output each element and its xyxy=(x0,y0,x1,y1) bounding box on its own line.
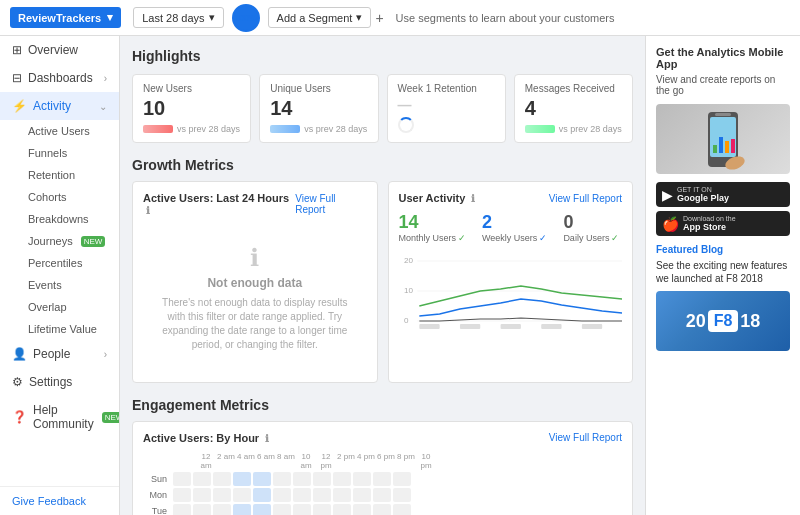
user-activity-chart: 20 10 0 xyxy=(399,251,623,331)
info-large-icon: ℹ xyxy=(153,244,357,272)
card-header: Active Users: Last 24 Hours ℹ View Full … xyxy=(143,192,367,216)
sidebar-item-retention[interactable]: Retention xyxy=(20,164,119,186)
heatmap-cell xyxy=(273,488,291,502)
label: Breakdowns xyxy=(28,213,89,225)
daily-users-stat: 0 Daily Users ✓ xyxy=(563,212,619,243)
sidebar-item-overview[interactable]: ⊞ Overview xyxy=(0,36,119,64)
mini-bar xyxy=(143,125,173,133)
hour-label: 6 pm xyxy=(377,452,395,470)
label: Events xyxy=(28,279,62,291)
give-feedback-button[interactable]: Give Feedback xyxy=(0,487,119,515)
sidebar-item-label: Dashboards xyxy=(28,71,93,85)
heatmap-cell xyxy=(193,472,211,486)
svg-text:10: 10 xyxy=(404,286,414,295)
app-panel-sub: View and create reports on the go xyxy=(656,74,790,96)
featured-blog-title[interactable]: See the exciting new features we launche… xyxy=(656,259,790,285)
sidebar-item-overlap[interactable]: Overlap xyxy=(20,296,119,318)
topbar: ReviewTrackers ▾ Last 28 days ▾ 100% Add… xyxy=(0,0,800,36)
hour-label: 2 am xyxy=(217,452,235,470)
sidebar-item-people[interactable]: 👤 People › xyxy=(0,340,119,368)
sidebar: ⊞ Overview ⊟ Dashboards › ⚡ Activity ⌄ A… xyxy=(0,36,120,515)
highlight-value: 14 xyxy=(270,97,367,120)
google-play-button[interactable]: ▶ GET IT ON Google Play xyxy=(656,182,790,207)
label: Percentiles xyxy=(28,257,82,269)
heatmap-cell xyxy=(353,488,371,502)
highlight-label: New Users xyxy=(143,83,240,94)
info-icon[interactable]: ℹ xyxy=(146,205,150,216)
monthly-users-stat: 14 Monthly Users ✓ xyxy=(399,212,467,243)
sidebar-item-label: Settings xyxy=(29,375,72,389)
sidebar-item-dashboards[interactable]: ⊟ Dashboards › xyxy=(0,64,119,92)
activity-icon: ⚡ xyxy=(12,99,27,113)
sidebar-item-journeys[interactable]: Journeys NEW xyxy=(20,230,119,252)
plus-button[interactable]: + xyxy=(375,10,383,26)
logo[interactable]: ReviewTrackers ▾ xyxy=(10,7,121,28)
sidebar-item-breakdowns[interactable]: Breakdowns xyxy=(20,208,119,230)
daily-value: 0 xyxy=(563,212,619,233)
heatmap-row: Mon xyxy=(143,488,622,502)
logo-arrow: ▾ xyxy=(107,11,113,24)
heatmap-cell xyxy=(333,472,351,486)
sidebar-item-active-users[interactable]: Active Users xyxy=(20,120,119,142)
app-panel-title: Get the Analytics Mobile App xyxy=(656,46,790,70)
info-icon[interactable]: ℹ xyxy=(471,193,475,204)
overview-icon: ⊞ xyxy=(12,43,22,57)
heatmap-cell xyxy=(333,488,351,502)
sidebar-item-label: Help Community xyxy=(33,403,94,431)
sidebar-item-percentiles[interactable]: Percentiles xyxy=(20,252,119,274)
svg-rect-14 xyxy=(713,145,717,153)
heatmap-cell xyxy=(393,504,411,515)
hour-label: 8 pm xyxy=(397,452,415,470)
ua-stats: 14 Monthly Users ✓ 2 Weekly Users ✓ 0 Da… xyxy=(399,212,623,243)
sidebar-sub-activity: Active Users Funnels Retention Cohorts B… xyxy=(0,120,119,340)
label: Cohorts xyxy=(28,191,67,203)
date-range-arrow: ▾ xyxy=(209,11,215,24)
label: Active Users xyxy=(28,125,90,137)
heatmap-cell xyxy=(353,504,371,515)
new-badge: NEW xyxy=(81,236,106,247)
heatmap-cell xyxy=(193,504,211,515)
highlight-value: 4 xyxy=(525,97,622,120)
sidebar-item-events[interactable]: Events xyxy=(20,274,119,296)
card-title: Active Users: Last 24 Hours ℹ xyxy=(143,192,295,216)
hour-label: 2 pm xyxy=(337,452,355,470)
app-store-button[interactable]: 🍎 Download on the App Store xyxy=(656,211,790,236)
svg-text:0: 0 xyxy=(404,316,409,325)
heatmap-cell xyxy=(293,488,311,502)
highlight-label: Unique Users xyxy=(270,83,367,94)
svg-rect-6 xyxy=(419,324,439,329)
engagement-card: Active Users: By Hour ℹ View Full Report… xyxy=(132,421,633,515)
mini-bar xyxy=(270,125,300,133)
view-full-engagement-button[interactable]: View Full Report xyxy=(549,432,622,444)
sidebar-item-activity[interactable]: ⚡ Activity ⌄ xyxy=(0,92,119,120)
sidebar-item-funnels[interactable]: Funnels xyxy=(20,142,119,164)
heatmap-row: Sun xyxy=(143,472,622,486)
heatmap-cell xyxy=(253,504,271,515)
label: Journeys xyxy=(28,235,73,247)
heatmap-cell xyxy=(233,488,251,502)
sidebar-item-help[interactable]: ❓ Help Community NEW xyxy=(0,396,119,438)
highlights-title: Highlights xyxy=(132,48,633,64)
main-layout: ⊞ Overview ⊟ Dashboards › ⚡ Activity ⌄ A… xyxy=(0,36,800,515)
svg-rect-8 xyxy=(500,324,520,329)
not-enough-desc: There's not enough data to display resul… xyxy=(153,296,357,352)
monthly-value: 14 xyxy=(399,212,467,233)
heatmap-cell xyxy=(233,504,251,515)
sidebar-item-settings[interactable]: ⚙ Settings xyxy=(0,368,119,396)
highlight-value: 10 xyxy=(143,97,240,120)
sidebar-item-label: Overview xyxy=(28,43,78,57)
add-segment-button[interactable]: Add a Segment ▾ xyxy=(268,7,372,28)
heatmap-cell xyxy=(213,472,231,486)
check-icon: ✓ xyxy=(611,233,619,243)
hour-label: 6 am xyxy=(257,452,275,470)
sidebar-item-cohorts[interactable]: Cohorts xyxy=(20,186,119,208)
hour-label: 10 pm xyxy=(417,452,435,470)
info-icon[interactable]: ℹ xyxy=(265,433,269,444)
sidebar-item-label: Activity xyxy=(33,99,71,113)
view-full-report-button[interactable]: View Full Report xyxy=(295,193,366,215)
sidebar-item-lifetime-value[interactable]: Lifetime Value xyxy=(20,318,119,340)
chevron-down-icon: ⌄ xyxy=(99,101,107,112)
view-full-report-button[interactable]: View Full Report xyxy=(549,193,622,204)
date-range-picker[interactable]: Last 28 days ▾ xyxy=(133,7,223,28)
day-label: Sun xyxy=(143,474,171,484)
